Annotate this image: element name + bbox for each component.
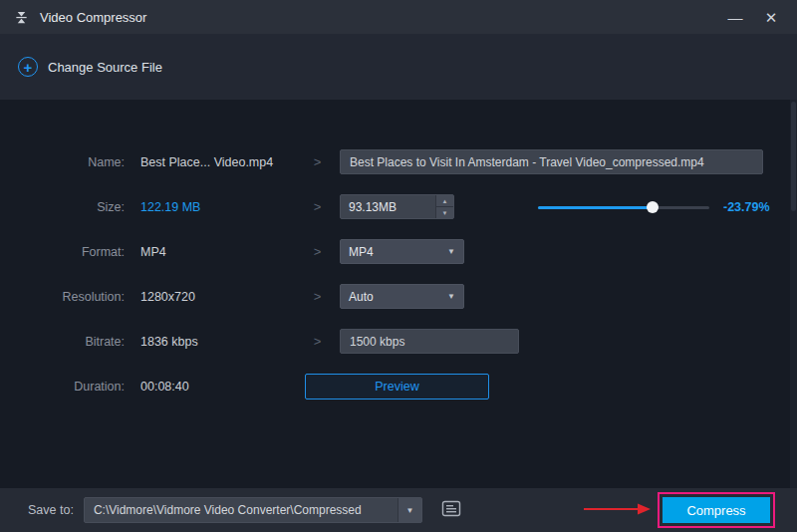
- close-button[interactable]: ✕: [757, 4, 785, 30]
- resolution-label: Resolution:: [30, 290, 125, 304]
- size-slider-handle[interactable]: [647, 201, 659, 213]
- compressor-icon: [12, 8, 30, 26]
- save-to-label: Save to:: [28, 503, 74, 517]
- folder-icon: [441, 500, 461, 520]
- resolution-row: Resolution: 1280x720 > Auto ▼: [30, 274, 797, 319]
- format-row: Format: MP4 > MP4 ▼: [30, 229, 797, 274]
- size-spinbox: ▲ ▼: [340, 194, 454, 219]
- size-spin-up-button[interactable]: ▲: [436, 195, 453, 207]
- window-controls: — ✕: [721, 4, 785, 30]
- size-value-input[interactable]: [341, 195, 435, 218]
- bitrate-input[interactable]: [340, 329, 519, 354]
- preview-button[interactable]: Preview: [305, 374, 489, 399]
- dropdown-arrow-icon: ▼: [447, 247, 455, 256]
- chevron-right-icon: >: [295, 334, 340, 349]
- save-path-combo: ▼: [84, 497, 422, 523]
- size-label: Size:: [30, 200, 125, 214]
- format-dropdown[interactable]: MP4 ▼: [340, 239, 464, 264]
- plus-circle-icon: +: [18, 57, 38, 77]
- settings-panel: Name: Best Place... Video.mp4 > Size: 12…: [0, 100, 797, 488]
- format-dropdown-value: MP4: [349, 245, 374, 259]
- resolution-dropdown[interactable]: Auto ▼: [340, 284, 464, 309]
- duration-source-value: 00:08:40: [140, 380, 295, 394]
- chevron-right-icon: >: [295, 199, 340, 214]
- name-label: Name:: [30, 155, 125, 169]
- duration-row: Duration: 00:08:40 Preview: [30, 364, 797, 408]
- annotation-arrow-icon: [584, 502, 652, 519]
- format-label: Format:: [30, 245, 125, 259]
- chevron-right-icon: >: [295, 289, 340, 304]
- titlebar: Video Compressor — ✕: [0, 0, 797, 34]
- chevron-right-icon: >: [295, 244, 340, 259]
- chevron-right-icon: >: [295, 154, 340, 169]
- size-slider[interactable]: [538, 201, 709, 213]
- bitrate-row: Bitrate: 1836 kbps >: [30, 319, 797, 364]
- browse-folder-button[interactable]: [436, 497, 466, 523]
- size-spin-down-button[interactable]: ▼: [436, 207, 453, 218]
- scrollbar-thumb[interactable]: [791, 102, 796, 211]
- resolution-dropdown-value: Auto: [349, 290, 374, 304]
- compress-button[interactable]: Compress: [663, 497, 770, 523]
- header: + Change Source File: [0, 34, 797, 100]
- output-name-input[interactable]: [340, 149, 763, 174]
- video-compressor-window: Video Compressor — ✕ + Change Source Fil…: [0, 0, 797, 532]
- footer: Save to: ▼ Compress: [0, 488, 797, 532]
- window-title: Video Compressor: [40, 10, 146, 25]
- resolution-source-value: 1280x720: [140, 290, 295, 304]
- save-path-input[interactable]: [85, 498, 398, 522]
- scrollbar[interactable]: [790, 100, 797, 488]
- dropdown-arrow-icon: ▼: [447, 292, 455, 301]
- save-path-dropdown-button[interactable]: ▼: [398, 498, 421, 522]
- size-reduction-percent: -23.79%: [723, 200, 770, 214]
- bitrate-label: Bitrate:: [30, 335, 125, 349]
- size-slider-fill: [538, 206, 653, 209]
- size-row: Size: 122.19 MB > ▲ ▼ -23.79%: [30, 184, 797, 229]
- annotation-highlight-box: Compress: [658, 492, 775, 528]
- name-source-value: Best Place... Video.mp4: [140, 155, 295, 169]
- size-spin-arrows: ▲ ▼: [435, 195, 453, 218]
- minimize-button[interactable]: —: [721, 4, 749, 30]
- change-source-label: Change Source File: [48, 60, 162, 75]
- bitrate-source-value: 1836 kbps: [140, 335, 295, 349]
- format-source-value: MP4: [140, 245, 295, 259]
- change-source-file-button[interactable]: + Change Source File: [18, 57, 162, 77]
- duration-label: Duration:: [30, 380, 125, 394]
- name-row: Name: Best Place... Video.mp4 >: [30, 139, 797, 184]
- size-source-value: 122.19 MB: [140, 200, 295, 214]
